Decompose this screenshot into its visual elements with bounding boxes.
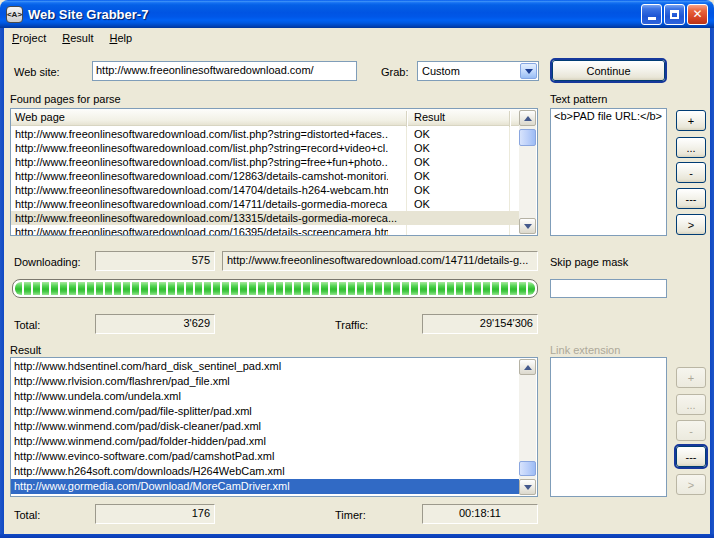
menu-project[interactable]: Project: [4, 30, 54, 46]
table-row[interactable]: http://www.freeonlinesoftwaredownload.co…: [11, 141, 520, 155]
list-item[interactable]: http://www.evinco-software.com/pad/camsh…: [11, 449, 520, 464]
chevron-glyph: [525, 69, 533, 74]
table-row[interactable]: http://www.freeonlinesoftwaredownload.co…: [11, 183, 520, 197]
menu-help[interactable]: Help: [101, 30, 140, 46]
downloading-label: Downloading:: [14, 256, 81, 268]
row-result: OK: [414, 197, 430, 211]
list-item-selected[interactable]: http://www.gormedia.com/Download/MoreCam…: [11, 479, 520, 494]
table-row[interactable]: http://www.freeonlinesoftwaredownload.co…: [11, 169, 520, 183]
arrow-down-glyph: [524, 224, 532, 229]
arrow-up-glyph: [524, 365, 532, 370]
progress-fill: [15, 282, 535, 295]
link-extension-clear-focus-ring: ---: [674, 444, 708, 469]
continue-button-focus-ring: Continue: [550, 58, 667, 83]
window-border: [0, 534, 714, 538]
text-pattern-edit-button[interactable]: ...: [676, 137, 706, 158]
grab-dropdown[interactable]: Custom: [417, 61, 539, 81]
column-header-web-page[interactable]: Web page: [11, 109, 69, 125]
link-extension-add-button: +: [676, 367, 706, 388]
table-row-partial[interactable]: http://www.freeonlinesoftwaredownload.co…: [11, 225, 520, 235]
row-url: http://www.freeonlinesoftwaredownload.co…: [15, 211, 500, 225]
scroll-up-icon[interactable]: [519, 110, 536, 126]
app-icon: <A>: [6, 6, 23, 23]
list-item[interactable]: http://www.undela.com/undela.xml: [11, 389, 520, 404]
row-url: http://www.freeonlinesoftwaredownload.co…: [15, 169, 388, 183]
row-result: OK: [414, 169, 430, 183]
timer-label: Timer:: [335, 509, 366, 521]
table-row[interactable]: http://www.freeonlinesoftwaredownload.co…: [11, 197, 520, 211]
menu-bar: Project Result Help: [4, 28, 710, 48]
column-header-result[interactable]: Result: [410, 109, 449, 125]
text-pattern-add-button[interactable]: +: [676, 110, 706, 131]
traffic-value: 29'154'306: [422, 314, 538, 334]
list-item[interactable]: <b>PAD file URL:</b>: [551, 109, 666, 124]
link-extension-remove-button: -: [676, 420, 706, 441]
scroll-up-icon[interactable]: [519, 359, 536, 375]
result-label: Result: [10, 344, 41, 356]
row-url: http://www.freeonlinesoftwaredownload.co…: [15, 141, 388, 155]
table-row[interactable]: http://www.freeonlinesoftwaredownload.co…: [11, 155, 520, 169]
close-button[interactable]: ✕: [687, 4, 708, 25]
arrow-up-glyph: [524, 116, 532, 121]
traffic-label: Traffic:: [335, 319, 368, 331]
text-pattern-clear-button[interactable]: ---: [676, 188, 706, 209]
app-window: <A> Web Site Grabber-7 ✕ Project Result …: [0, 0, 714, 538]
found-pages-list[interactable]: Web page Result http://www.freeonlinesof…: [10, 108, 538, 236]
skip-page-mask-label: Skip page mask: [550, 256, 628, 268]
website-input[interactable]: http://www.freeonlinesoftwaredownload.co…: [92, 61, 357, 81]
link-extension-label: Link extension: [550, 344, 620, 356]
row-url: http://www.freeonlinesoftwaredownload.co…: [15, 183, 388, 197]
downloading-current-url: http://www.freeonlinesoftwaredownload.co…: [222, 251, 538, 271]
scrollbar-thumb[interactable]: [519, 461, 536, 476]
skip-page-mask-input[interactable]: [550, 279, 667, 298]
list-item[interactable]: http://www.rlvision.com/flashren/pad_fil…: [11, 374, 520, 389]
row-url: http://www.freeonlinesoftwaredownload.co…: [15, 155, 388, 169]
title-bar[interactable]: <A> Web Site Grabber-7 ✕: [0, 0, 714, 28]
list-item[interactable]: http://www.hdsentinel.com/hard_disk_sent…: [11, 359, 520, 374]
row-url: http://www.freeonlinesoftwaredownload.co…: [15, 127, 388, 141]
window-border: [0, 28, 4, 538]
list-item[interactable]: http://www.winmend.com/pad/file-splitter…: [11, 404, 520, 419]
minimize-button[interactable]: [641, 4, 662, 25]
row-result: OK: [414, 127, 430, 141]
chevron-down-icon[interactable]: [520, 63, 537, 79]
scroll-down-icon[interactable]: [519, 479, 536, 495]
row-result: OK: [414, 141, 430, 155]
website-label: Web site:: [14, 66, 60, 78]
link-extension-clear-button[interactable]: ---: [676, 446, 706, 467]
arrow-down-glyph: [524, 485, 532, 490]
window-border: [710, 28, 714, 538]
download-progress-bar: [12, 279, 538, 298]
row-url: http://www.freeonlinesoftwaredownload.co…: [15, 225, 388, 235]
downloading-count: 575: [95, 251, 215, 271]
close-icon: ✕: [692, 8, 702, 20]
scroll-down-icon[interactable]: [519, 218, 536, 234]
total-label: Total:: [14, 319, 40, 331]
result-list[interactable]: http://www.hdsentinel.com/hard_disk_sent…: [10, 357, 538, 497]
result-items: http://www.hdsentinel.com/hard_disk_sent…: [11, 359, 520, 496]
text-pattern-apply-button[interactable]: >: [676, 214, 706, 235]
total-bottom-label: Total:: [14, 509, 40, 521]
table-row[interactable]: http://www.freeonlinesoftwaredownload.co…: [11, 127, 520, 141]
found-pages-rows: http://www.freeonlinesoftwaredownload.co…: [11, 127, 520, 235]
row-result: OK: [414, 183, 430, 197]
minimize-icon: [648, 17, 656, 20]
link-extension-apply-button: >: [676, 474, 706, 495]
maximize-button[interactable]: [664, 4, 685, 25]
text-pattern-list[interactable]: <b>PAD file URL:</b>: [550, 108, 667, 236]
table-row-highlighted[interactable]: http://www.freeonlinesoftwaredownload.co…: [11, 211, 520, 225]
grab-label: Grab:: [381, 66, 409, 78]
text-pattern-remove-button[interactable]: -: [676, 162, 706, 183]
maximize-icon: [670, 10, 679, 19]
menu-result[interactable]: Result: [54, 30, 101, 46]
found-pages-scrollbar[interactable]: [519, 110, 536, 234]
continue-button[interactable]: Continue: [552, 60, 665, 81]
row-result: OK: [414, 155, 430, 169]
text-pattern-label: Text pattern: [550, 93, 607, 105]
result-scrollbar[interactable]: [519, 359, 536, 495]
list-item[interactable]: http://www.winmend.com/pad/disk-cleaner/…: [11, 419, 520, 434]
list-item[interactable]: http://www.h264soft.com/downloads/H264We…: [11, 464, 520, 479]
scrollbar-thumb[interactable]: [519, 129, 536, 146]
link-extension-list[interactable]: [550, 357, 667, 497]
list-item[interactable]: http://www.winmend.com/pad/folder-hidden…: [11, 434, 520, 449]
